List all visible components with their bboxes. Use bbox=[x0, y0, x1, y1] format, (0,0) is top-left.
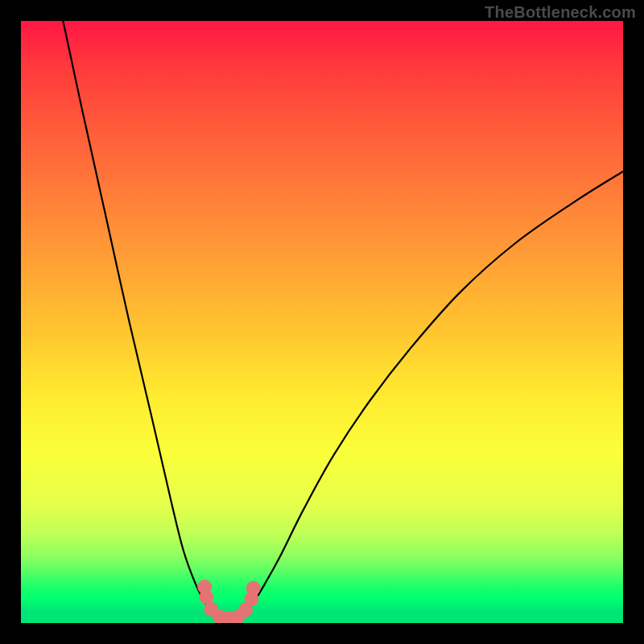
curve-right bbox=[237, 171, 623, 618]
chart-svg bbox=[21, 21, 623, 623]
data-marker bbox=[246, 581, 261, 596]
curve-left bbox=[63, 21, 219, 618]
chart-frame: TheBottleneck.com bbox=[0, 0, 644, 644]
plot-area bbox=[21, 21, 623, 623]
watermark-text: TheBottleneck.com bbox=[485, 3, 636, 22]
data-markers bbox=[197, 580, 261, 623]
